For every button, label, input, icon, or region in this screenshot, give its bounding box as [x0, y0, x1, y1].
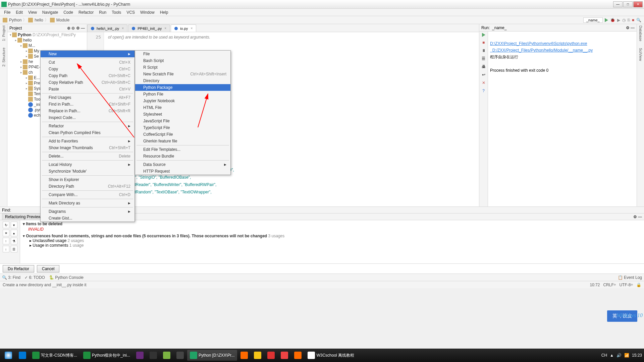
menu-vcs[interactable]: VCS	[124, 9, 138, 15]
menu-item[interactable]: Jupyter Notebook	[135, 98, 230, 104]
menu-item[interactable]: HTTP Request	[135, 168, 230, 175]
menu-item[interactable]: Python Package	[135, 84, 230, 91]
taskbar-item[interactable]	[133, 350, 146, 361]
layout-icon[interactable]: ☰	[482, 56, 485, 61]
stop-icon[interactable]: ■	[632, 18, 634, 22]
expand-icon[interactable]: ▾	[11, 222, 17, 228]
occurrences-header[interactable]: Occurrences found in comments, strings a…	[26, 234, 267, 238]
menu-item[interactable]: Replace in Path...Ctrl+Shift+R	[41, 108, 135, 114]
taskbar-item[interactable]	[278, 350, 291, 361]
taskbar-item[interactable]: 写文章-CSDN博客...	[30, 350, 80, 361]
soft-wrap-icon[interactable]: ↩	[482, 72, 485, 77]
cancel-button[interactable]: Cancel	[37, 265, 59, 273]
menu-help[interactable]: Help	[157, 9, 171, 15]
structure-tool-tab[interactable]: 2: Structure	[2, 48, 6, 67]
menu-item[interactable]: HTML File	[135, 104, 230, 111]
system-tray[interactable]: CH▲🔊📶 15:23	[601, 353, 642, 358]
close-icon[interactable]: ✕	[482, 80, 485, 85]
taskbar-item[interactable]	[174, 350, 186, 361]
maximize-button[interactable]: □	[623, 1, 633, 7]
editor-tab[interactable]: hello\_init_.py×	[87, 24, 127, 32]
taskbar-item[interactable]	[147, 350, 160, 361]
prev-icon[interactable]: ↑	[3, 238, 9, 244]
items-deleted-header[interactable]: Items to be deleted	[26, 222, 62, 226]
print-icon[interactable]: 🖶	[482, 64, 486, 69]
menu-item[interactable]: Stylesheet	[135, 111, 230, 118]
do-refactor-button[interactable]: Do Refactor	[3, 265, 34, 273]
menu-item[interactable]: Show in Explorer	[41, 176, 135, 183]
taskbar-item[interactable]	[16, 350, 29, 361]
cursor-position[interactable]: 10:72	[590, 283, 600, 287]
menu-item[interactable]: Directory PathCtrl+Alt+F12	[41, 183, 135, 190]
tree-item[interactable]: ▸hello	[7, 38, 87, 43]
rerun-icon[interactable]	[482, 33, 485, 37]
search-icon[interactable]: 🔍	[636, 18, 641, 22]
menu-item[interactable]: TypeScript File	[135, 124, 230, 131]
rerun-icon[interactable]: ↻	[3, 222, 9, 228]
hide-icon[interactable]: —	[631, 25, 635, 30]
menu-tools[interactable]: Tools	[109, 9, 124, 15]
find-tool-tab[interactable]: 🔍 3: Find	[2, 275, 20, 280]
profile-icon[interactable]: ◷	[622, 18, 626, 22]
event-log-tab[interactable]: 📋 Event Log	[618, 275, 642, 280]
taskbar-item[interactable]	[291, 350, 304, 361]
database-tool-tab[interactable]: Database	[639, 25, 643, 41]
group-icon[interactable]: ☰	[11, 246, 17, 252]
menu-item[interactable]: CutCtrl+X	[41, 59, 135, 66]
menu-item[interactable]: Directory	[135, 77, 230, 84]
menu-edit[interactable]: Edit	[13, 9, 25, 15]
menu-view[interactable]: View	[25, 9, 40, 15]
encoding[interactable]: UTF-8÷	[619, 283, 633, 287]
filter-icon[interactable]: ⚗	[11, 238, 17, 244]
editor-tab[interactable]: io.py×	[171, 24, 196, 32]
menu-item[interactable]: PasteCtrl+V	[41, 86, 135, 93]
menu-item[interactable]: Resource Bundle	[135, 153, 230, 160]
menu-item[interactable]: Find in Path...Ctrl+Shift+F	[41, 101, 135, 108]
refactor-preview-tab[interactable]: Refactoring Preview	[2, 214, 44, 220]
menu-item[interactable]: Create Gist...	[41, 215, 135, 222]
menu-item[interactable]: Gherkin feature file	[135, 138, 230, 144]
menu-item[interactable]: CopyCtrl+C	[41, 66, 135, 72]
editor-tab[interactable]: PP4E\_init_.py×	[128, 24, 170, 32]
sciview-tool-tab[interactable]: SciView	[639, 48, 643, 61]
menu-run[interactable]: Run	[96, 9, 109, 15]
expand-icon[interactable]: ⊖	[71, 26, 75, 31]
menu-item[interactable]: Mark Directory as▶	[41, 200, 135, 206]
stop-icon[interactable]: ■	[482, 40, 485, 45]
menu-window[interactable]: Window	[138, 9, 157, 15]
menu-item[interactable]: Show Image ThumbnailsCtrl+Shift+T	[41, 144, 135, 151]
taskbar-item[interactable]: W3Cschool 离线教程	[305, 350, 357, 361]
run-config-selector[interactable]: _name_	[583, 17, 603, 23]
menu-item[interactable]: New▶	[41, 51, 135, 57]
pin-icon[interactable]: ⏸	[482, 48, 486, 53]
menu-item[interactable]: R Script	[135, 64, 230, 71]
todo-tool-tab[interactable]: ✓ 6: TODO	[24, 275, 45, 280]
menu-item[interactable]: Copy PathCtrl+Shift+C	[41, 72, 135, 79]
menu-item[interactable]: Compare With...Ctrl+D	[41, 191, 135, 198]
menu-item[interactable]: Python File	[135, 91, 230, 98]
menu-item[interactable]: Clean Python Compiled Files	[41, 129, 135, 136]
menu-item[interactable]: JavaScript File	[135, 118, 230, 124]
clock[interactable]: 15:23	[632, 353, 642, 358]
run-icon[interactable]	[605, 18, 608, 22]
breadcrumb-item[interactable]: Python	[3, 18, 21, 22]
usage-comments[interactable]: Usage in comments	[33, 243, 68, 248]
menu-item[interactable]: Refactor▶	[41, 123, 135, 129]
tree-item[interactable]: ▸M...	[7, 43, 87, 48]
next-icon[interactable]: ↓	[3, 246, 9, 252]
taskbar-item[interactable]: Python [D:\ZXX\Pr...	[187, 350, 237, 361]
menu-item[interactable]: Inspect Code...	[41, 114, 135, 121]
help-icon[interactable]: ?	[482, 88, 485, 93]
attach-icon[interactable]: ⎘	[628, 18, 630, 22]
menu-item[interactable]: Delete...Delete	[41, 153, 135, 160]
menu-item[interactable]: Copy Relative PathCtrl+Alt+Shift+C	[41, 79, 135, 86]
breadcrumb-item[interactable]: Module	[50, 18, 69, 22]
collapse-icon[interactable]: ⊕	[67, 26, 70, 31]
menu-item[interactable]: Local History▶	[41, 161, 135, 168]
taskbar-item[interactable]	[265, 350, 277, 361]
start-button[interactable]	[2, 350, 15, 361]
unclassified-usage[interactable]: Unclassified usage	[33, 238, 66, 243]
menu-file[interactable]: File	[1, 9, 13, 15]
menu-item[interactable]: Synchronize 'Module'	[41, 168, 135, 175]
menu-navigate[interactable]: Navigate	[40, 9, 61, 15]
